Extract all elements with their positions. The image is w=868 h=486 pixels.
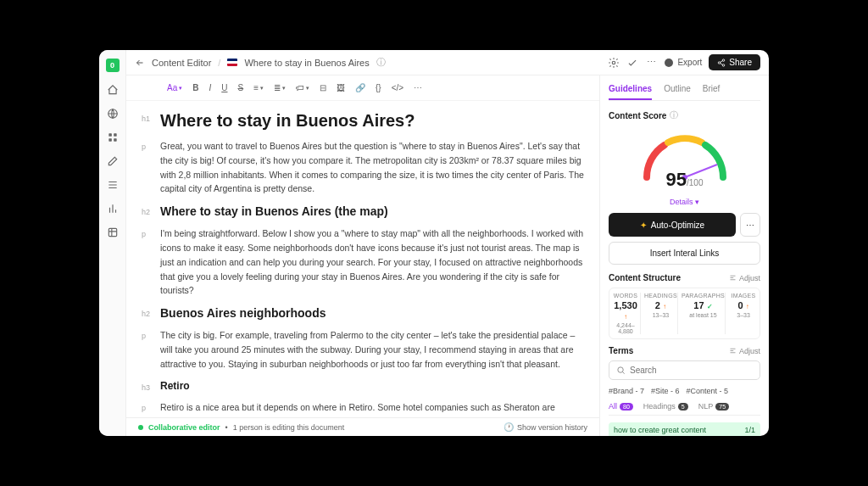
info-icon[interactable]: ⓘ [670,109,678,121]
export-button[interactable]: Export [664,58,702,68]
breadcrumb-separator: / [218,58,220,68]
align-button[interactable]: ≡ ▾ [253,83,264,92]
tag-button[interactable]: 🏷 ▾ [296,83,309,92]
version-history-button[interactable]: 🕐Show version history [504,422,587,432]
edit-icon[interactable] [107,155,119,167]
block-content[interactable]: Retiro is a nice area but it depends on … [160,400,584,417]
svg-point-7 [665,59,673,67]
apps-icon[interactable] [107,131,119,143]
terms-search[interactable] [609,360,760,380]
workspace-badge[interactable]: 0 [106,59,120,72]
table-icon[interactable] [107,226,119,238]
chart-icon[interactable] [107,203,119,215]
editor-body[interactable]: h1Where to stay in Buenos Aires?pGreat, … [126,101,599,417]
block-content[interactable]: Where to stay in Buenos Aires? [160,111,415,131]
collab-label: Collaborative editor [148,423,220,432]
terms-search-input[interactable] [630,366,753,375]
tab-brief[interactable]: Brief [703,84,721,100]
editor-block[interactable]: pThe city is big. For example, traveling… [142,328,584,371]
settings-icon[interactable] [608,57,620,69]
block-tag: p [142,139,160,196]
block-content[interactable]: Great, you want to travel to Buenos Aire… [160,139,584,196]
share-button[interactable]: Share [709,54,760,70]
right-panel: Guidelines Outline Brief Content Score ⓘ… [599,75,769,436]
adjust-structure-button[interactable]: Adjust [729,274,760,282]
block-content[interactable]: I'm being straightforward. Below I show … [160,226,584,298]
editor-block[interactable]: pI'm being straightforward. Below I show… [142,226,584,298]
format-toolbar: Aa ▾ B I U S ≡ ▾ ≣ ▾ 🏷 ▾ ⊟ 🖼 🔗 {} </> ⋯ [126,75,599,101]
auto-optimize-button[interactable]: ✦Auto-Optimize [609,213,736,237]
info-icon[interactable]: ⓘ [376,56,386,69]
image-button[interactable]: 🖼 [337,83,345,92]
statusbar: Collaborative editor • 1 person is editi… [126,417,599,436]
svg-rect-4 [114,138,117,142]
score-value: 95/100 [666,169,704,191]
status-dot-icon [138,425,143,430]
quote-button[interactable]: ⊟ [320,83,326,92]
editor-block[interactable]: h2Buenos Aires neighborhoods [142,306,584,320]
editor-block[interactable]: h3Retiro [142,380,584,392]
block-content[interactable]: Retiro [160,380,190,392]
term-chip[interactable]: how to create great content1/1 [609,422,760,436]
link-button[interactable]: 🔗 [355,83,365,92]
editor-block[interactable]: pGreat, you want to travel to Buenos Air… [142,139,584,196]
editor-block[interactable]: h2Where to stay in Buenos Aires (the map… [142,204,584,218]
list-button[interactable]: ≣ ▾ [274,83,286,92]
stat-images: IMAGES0 ↑3–33 [729,293,758,334]
stat-headings: HEADINGS2 ↑13–33 [644,293,678,334]
details-link[interactable]: Details ▾ [609,198,760,206]
code-button[interactable]: {} [376,83,381,92]
tab-guidelines[interactable]: Guidelines [609,84,652,100]
home-icon[interactable] [107,84,119,96]
block-tag: p [142,328,160,371]
stat-paragraphs: PARAGRAPHS17 ✓at least 15 [682,293,726,334]
app-window: 0 Content Editor / Where to stay in Buen… [99,50,769,436]
check-icon[interactable] [626,57,638,69]
breadcrumb-section[interactable]: Content Editor [152,58,211,68]
block-tag: h2 [142,306,160,320]
term-subtabs: All 80 Headings 5 NLP 75 [609,402,760,416]
underline-button[interactable]: U [221,83,227,92]
subtab-headings[interactable]: Headings 5 [643,402,688,411]
tag-site[interactable]: #Site - 6 [651,387,680,395]
tag-content[interactable]: #Content - 5 [687,387,729,395]
tag-brand[interactable]: #Brand - 7 [609,387,644,395]
list-icon[interactable] [107,179,119,191]
strike-button[interactable]: S [237,83,243,92]
editing-status: 1 person is editing this document [233,423,345,432]
embed-button[interactable]: </> [392,83,403,92]
tab-outline[interactable]: Outline [664,84,691,100]
content-structure-label: Content Structure [609,273,681,282]
editor-block[interactable]: pRetiro is a nice area but it depends on… [142,400,584,417]
search-icon [616,366,626,375]
block-tag: h1 [142,111,160,131]
block-tag: h3 [142,380,160,392]
score-gauge: 95/100 [609,126,760,191]
svg-rect-5 [108,228,116,236]
bold-button[interactable]: B [192,83,198,92]
svg-rect-2 [114,133,117,137]
stat-words: WORDS1,530 ↑4,244–4,880 [611,293,641,334]
auto-optimize-more-button[interactable]: ⋯ [740,213,760,237]
block-content[interactable]: The city is big. For example, traveling … [160,328,584,371]
subtab-all[interactable]: All 80 [609,402,633,411]
content-score-label: Content Score ⓘ [609,109,760,121]
globe-icon[interactable] [107,108,119,120]
editor-block[interactable]: h1Where to stay in Buenos Aires? [142,111,584,131]
sparkle-icon: ✦ [640,221,647,230]
back-icon[interactable] [135,58,145,68]
breadcrumb-title[interactable]: Where to stay in Buenos Aires [244,58,369,68]
block-content[interactable]: Where to stay in Buenos Aires (the map) [160,204,388,218]
svg-point-13 [618,367,623,372]
toolbar-more-button[interactable]: ⋯ [414,83,422,92]
stats-grid: WORDS1,530 ↑4,244–4,880 HEADINGS2 ↑13–33… [609,288,760,339]
font-button[interactable]: Aa ▾ [167,83,182,92]
adjust-terms-button[interactable]: Adjust [729,347,760,355]
italic-button[interactable]: I [209,83,211,92]
insert-links-button[interactable]: Insert Interal Links [609,242,760,265]
more-icon[interactable]: ⋯ [645,57,657,69]
subtab-nlp[interactable]: NLP 75 [698,402,729,411]
block-content[interactable]: Buenos Aires neighborhoods [160,306,326,320]
editor: Aa ▾ B I U S ≡ ▾ ≣ ▾ 🏷 ▾ ⊟ 🖼 🔗 {} </> ⋯ … [126,75,599,436]
svg-rect-1 [108,133,111,137]
